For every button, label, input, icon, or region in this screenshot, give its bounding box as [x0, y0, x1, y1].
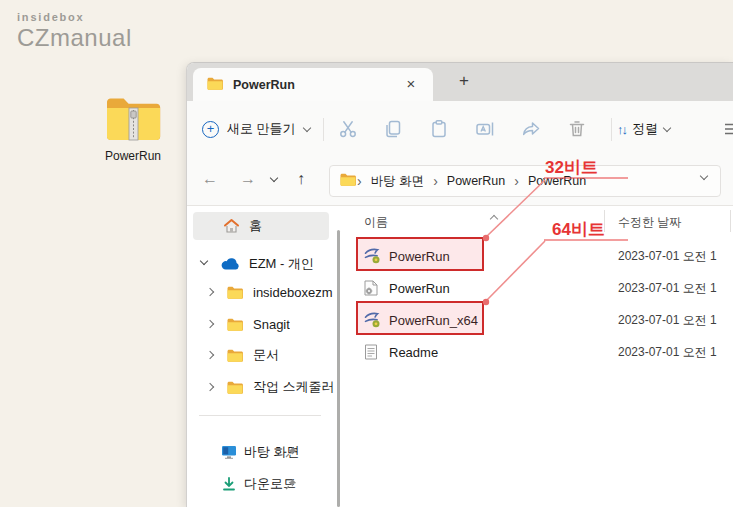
file-date: 2023-07-01 오전 1 [618, 280, 717, 297]
sort-button[interactable]: ↑↓ 정렬 [617, 115, 670, 143]
address-bar: ← → ↑ › 바탕 화면 › PowerRun › PowerRun [187, 158, 733, 205]
desktop-monitor-icon [221, 445, 237, 459]
onedrive-cloud-icon [221, 258, 239, 270]
annotation-underline [544, 239, 628, 241]
share-icon[interactable] [521, 119, 541, 139]
sidebar-item-home[interactable]: 홈 [193, 212, 329, 240]
plus-circle-icon: + [202, 121, 219, 138]
config-file-icon [364, 280, 381, 297]
crumb-separator: › [513, 173, 520, 189]
column-divider[interactable] [730, 210, 731, 232]
sidebar-item-label: insideboxezm [253, 285, 333, 300]
sidebar-item-snagit[interactable]: Snagit [187, 310, 335, 338]
file-explorer-window: PowerRun × + + 새로 만들기 [186, 62, 733, 507]
site-logo: insidebox CZmanual [17, 11, 132, 52]
file-name: Readme [389, 345, 438, 360]
recent-locations-chevron[interactable] [270, 174, 278, 182]
file-row-readme[interactable]: Readme 2023-07-01 오전 1 [351, 336, 733, 368]
sidebar-item-label: 문서 [253, 346, 279, 364]
annotation-label-64bit: 64비트 [552, 218, 605, 241]
file-date: 2023-07-01 오전 1 [618, 248, 717, 265]
chevron-down-icon [302, 123, 310, 131]
back-button[interactable]: ← [199, 170, 221, 188]
folder-icon [227, 349, 243, 362]
folder-icon [340, 172, 356, 190]
new-tab-button[interactable]: + [453, 71, 475, 91]
file-name: PowerRun [389, 281, 450, 296]
view-icon[interactable] [725, 121, 733, 137]
sidebar-item-label: EZM - 개인 [249, 255, 314, 273]
sidebar-item-label: Snagit [253, 317, 290, 332]
screen: insidebox CZmanual PowerRun [0, 0, 733, 507]
sidebar-item-onedrive[interactable]: EZM - 개인 [187, 250, 335, 278]
sort-ascending-icon [490, 215, 498, 223]
copy-icon[interactable] [383, 119, 403, 139]
annotation-underline [544, 177, 628, 179]
folder-icon [227, 381, 243, 394]
logo-line2: CZmanual [17, 24, 132, 52]
file-date: 2023-07-01 오전 1 [618, 344, 717, 361]
sidebar-scrollbar[interactable] [337, 230, 340, 507]
sort-label: 정렬 [632, 120, 658, 138]
up-button[interactable]: ↑ [290, 170, 312, 188]
toolbar-divider [323, 118, 324, 141]
zip-folder-icon [105, 128, 161, 145]
folder-icon [207, 76, 223, 94]
chevron-right-icon[interactable] [206, 383, 214, 391]
column-header-date[interactable]: 수정한 날짜 [618, 214, 681, 231]
new-item-label: 새로 만들기 [227, 120, 296, 138]
crumb-powerrun[interactable]: PowerRun [439, 174, 513, 188]
sidebar-item-label: 홈 [249, 217, 262, 235]
text-file-icon [364, 344, 381, 361]
home-icon [223, 218, 240, 234]
pin-icon[interactable] [285, 446, 297, 461]
tab-close-icon[interactable]: × [401, 74, 421, 94]
desktop-icon-label: PowerRun [89, 149, 177, 163]
logo-line1: insidebox [17, 11, 132, 23]
new-item-button[interactable]: + 새로 만들기 [202, 115, 310, 143]
chevron-right-icon[interactable] [206, 288, 214, 296]
sidebar-item-documents[interactable]: 문서 [187, 341, 335, 369]
breadcrumb[interactable]: › 바탕 화면 › PowerRun › PowerRun [329, 165, 721, 197]
toolbar-divider [611, 118, 612, 141]
toolbar: + 새로 만들기 [187, 101, 733, 158]
tab-title: PowerRun [233, 78, 295, 92]
crumb-desktop[interactable]: 바탕 화면 [363, 173, 432, 190]
folder-icon [227, 318, 243, 331]
annotation-box-32bit [356, 237, 484, 271]
sidebar-item-downloads[interactable]: 다운로드 [187, 470, 335, 498]
sidebar-item-label: 작업 스케줄러 [253, 378, 335, 396]
chevron-right-icon[interactable] [206, 351, 214, 359]
chevron-down-icon[interactable] [200, 257, 208, 265]
desktop-zip-folder[interactable]: PowerRun [89, 95, 177, 163]
cut-icon[interactable] [338, 119, 358, 139]
delete-icon[interactable] [567, 119, 587, 139]
pin-icon[interactable] [285, 478, 297, 493]
column-header-name[interactable]: 이름 [364, 214, 388, 231]
annotation-box-64bit [356, 301, 484, 335]
sort-arrows-icon: ↑↓ [617, 122, 626, 137]
crumb-separator: › [356, 173, 363, 189]
folder-icon [227, 286, 243, 299]
chevron-down-icon [663, 123, 671, 131]
crumb-separator: › [432, 173, 439, 189]
tab-powerrun[interactable]: PowerRun × [193, 68, 433, 101]
paste-icon[interactable] [429, 119, 449, 139]
tab-strip: PowerRun × + [187, 63, 733, 101]
sidebar-item-insideboxezm[interactable]: insideboxezm [187, 278, 335, 306]
sidebar-divider [199, 415, 321, 416]
download-icon [222, 477, 236, 491]
rename-icon[interactable] [475, 119, 495, 139]
sidebar-item-desktop[interactable]: 바탕 화면 [187, 438, 335, 466]
sidebar-item-task-scheduler[interactable]: 작업 스케줄러 [187, 373, 335, 401]
annotation-label-32bit: 32비트 [545, 156, 598, 179]
chevron-right-icon[interactable] [206, 320, 214, 328]
file-row-powerrun-config[interactable]: PowerRun 2023-07-01 오전 1 [351, 272, 733, 304]
file-date: 2023-07-01 오전 1 [618, 312, 717, 329]
forward-button[interactable]: → [237, 170, 259, 188]
